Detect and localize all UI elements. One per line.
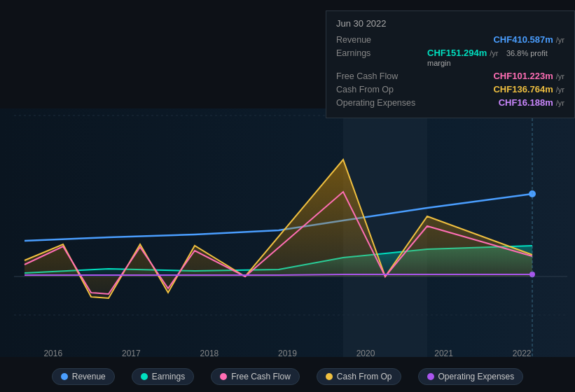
cashop-unit: /yr [556,85,564,94]
legend-opex-label: Operating Expenses [438,372,515,382]
x-label-2016: 2016 [43,349,62,358]
opex-row: Operating Expenses CHF16.188m/yr [336,97,564,108]
opex-label: Operating Expenses [336,98,427,108]
fcf-label: Free Cash Flow [336,71,427,81]
legend-cashop-label: Cash From Op [337,372,392,382]
legend: Revenue Earnings Free Cash Flow Cash Fro… [0,368,575,385]
cashop-dot [326,373,333,380]
cashop-value: CHF136.764m [493,84,553,94]
main-chart [0,108,575,357]
legend-revenue-label: Revenue [72,372,106,382]
legend-fcf[interactable]: Free Cash Flow [211,368,300,385]
revenue-value: CHF410.587m [493,34,553,45]
revenue-unit: /yr [556,36,564,44]
tooltip-date: Jun 30 2022 [336,18,564,29]
legend-fcf-label: Free Cash Flow [231,372,291,382]
x-label-2021: 2021 [434,349,453,358]
x-label-2022: 2022 [513,349,532,358]
revenue-dot [61,373,68,380]
earnings-unit: /yr [490,49,498,57]
earnings-dot [141,373,148,380]
cashop-label: Cash From Op [336,85,427,94]
earnings-value: CHF151.294m [427,48,487,58]
legend-opex[interactable]: Operating Expenses [418,368,524,385]
revenue-row: Revenue CHF410.587m/yr [336,34,564,45]
fcf-dot [220,373,227,380]
legend-earnings-label: Earnings [152,372,185,382]
x-label-2017: 2017 [122,349,141,358]
legend-earnings[interactable]: Earnings [132,368,194,385]
opex-unit: /yr [556,99,564,107]
x-labels: 2016 2017 2018 2019 2020 2021 2022 [0,349,575,358]
fcf-value: CHF101.223m [493,71,553,81]
legend-cashop[interactable]: Cash From Op [317,368,401,385]
fcf-unit: /yr [556,72,564,80]
tooltip-box: Jun 30 2022 Revenue CHF410.587m/yr Earni… [326,10,575,118]
earnings-label: Earnings [336,48,427,58]
cashop-row: Cash From Op CHF136.764m/yr [336,84,564,94]
opex-dot [427,373,434,380]
revenue-label: Revenue [336,35,427,45]
x-label-2020: 2020 [356,349,375,358]
legend-revenue[interactable]: Revenue [52,368,115,385]
x-label-2019: 2019 [278,349,297,358]
chart-container: Jun 30 2022 Revenue CHF410.587m/yr Earni… [0,0,575,392]
earnings-row: Earnings CHF151.294m/yr 36.8% profit mar… [336,48,564,68]
opex-value: CHF16.188m [499,97,553,108]
fcf-row: Free Cash Flow CHF101.223m/yr [336,71,564,81]
x-label-2018: 2018 [200,349,219,358]
